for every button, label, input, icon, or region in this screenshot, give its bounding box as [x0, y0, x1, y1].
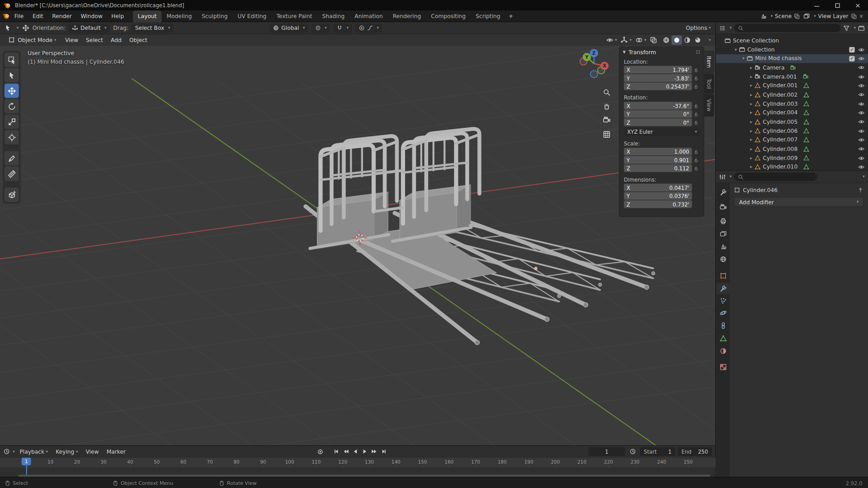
visibility-eye-icon[interactable]: [858, 145, 865, 152]
menu-help[interactable]: Help: [107, 10, 129, 22]
transform-orientation-dropdown[interactable]: Global▾: [270, 23, 308, 33]
playhead[interactable]: 1: [22, 458, 31, 465]
lock-icon[interactable]: [692, 166, 700, 171]
remove-view-layer-icon[interactable]: ×: [859, 13, 863, 19]
chevron-right-icon[interactable]: ▸: [748, 110, 755, 115]
value-field-rotation-y[interactable]: Y0°: [624, 110, 692, 118]
drag-handle-icon[interactable]: [696, 50, 700, 54]
properties-tab-view-layer[interactable]: [716, 228, 729, 239]
new-view-layer-icon[interactable]: [851, 13, 857, 19]
lock-icon[interactable]: [692, 149, 700, 154]
chevron-down-icon[interactable]: ▾: [740, 56, 747, 61]
chevron-right-icon[interactable]: ▸: [748, 101, 755, 106]
visibility-eye-icon[interactable]: [858, 82, 865, 89]
timeline-menu-keying[interactable]: Keying▾: [52, 448, 82, 454]
object-visibility-dropdown[interactable]: ▾: [606, 36, 617, 43]
maximize-button[interactable]: [827, 0, 847, 10]
workspace-tab-shading[interactable]: Shading: [317, 10, 349, 22]
sidebar-tab-item[interactable]: Item: [704, 51, 714, 73]
add-workspace-button[interactable]: +: [505, 10, 517, 22]
outliner-row-cylinder-001[interactable]: ▸Cylinder.001: [716, 81, 868, 90]
lock-icon[interactable]: [692, 103, 700, 108]
value-field-dimensions-x[interactable]: X0.0417': [624, 184, 692, 192]
properties-tab-material[interactable]: [716, 345, 729, 357]
chevron-right-icon[interactable]: ▸: [748, 137, 755, 142]
add-modifier-button[interactable]: Add Modifier ▾: [734, 197, 864, 207]
pivot-point-dropdown[interactable]: ▾: [311, 23, 330, 33]
properties-tab-tool[interactable]: [716, 187, 729, 198]
navigation-gizmo[interactable]: ZXY: [580, 49, 609, 78]
viewport-menu-select[interactable]: Select: [82, 34, 107, 45]
shading-material-button[interactable]: [682, 35, 693, 45]
outliner-row-cylinder-002[interactable]: ▸Cylinder.002: [716, 90, 868, 99]
timeline-editor-icon[interactable]: [3, 448, 10, 455]
auto-keying-button[interactable]: [316, 447, 325, 456]
visibility-eye-icon[interactable]: [858, 118, 865, 125]
tool-annotate-button[interactable]: [5, 151, 19, 165]
tool-move-button[interactable]: [5, 84, 19, 98]
blender-menu-icon[interactable]: [2, 12, 10, 20]
properties-tab-scene[interactable]: [716, 241, 729, 253]
pan-button[interactable]: [601, 101, 612, 112]
properties-tab-particles[interactable]: [716, 295, 729, 307]
pin-icon[interactable]: [858, 187, 863, 193]
prev-keyframe-button[interactable]: [342, 447, 351, 456]
properties-tab-object-data[interactable]: [716, 333, 729, 344]
visibility-eye-icon[interactable]: [858, 155, 865, 161]
properties-tab-modifiers[interactable]: [716, 283, 729, 295]
shading-solid-button[interactable]: [672, 35, 682, 45]
chevron-right-icon[interactable]: ▸: [748, 155, 755, 160]
collection-checkbox[interactable]: ✓: [849, 56, 854, 61]
mode-dropdown[interactable]: Object Mode▾: [5, 34, 60, 45]
chevron-right-icon[interactable]: ▸: [748, 74, 755, 79]
outliner-row-cylinder-007[interactable]: ▸Cylinder.007: [716, 136, 868, 145]
value-field-scale-z[interactable]: Z0.112: [624, 164, 692, 172]
workspace-tab-animation[interactable]: Animation: [349, 10, 387, 22]
menu-render[interactable]: Render: [47, 10, 76, 22]
timeline-menu-view[interactable]: View: [82, 448, 103, 454]
close-button[interactable]: ×: [848, 0, 868, 10]
value-field-location-z[interactable]: Z0.25437': [624, 82, 692, 90]
drag-dropdown[interactable]: Select Box▾: [132, 23, 174, 33]
tool-rotate-button[interactable]: [5, 99, 19, 113]
workspace-tab-uv-editing[interactable]: UV Editing: [232, 10, 271, 22]
lock-icon[interactable]: [692, 75, 700, 80]
menu-window[interactable]: Window: [76, 10, 107, 22]
visibility-eye-icon[interactable]: [858, 91, 865, 98]
visibility-eye-icon[interactable]: [858, 109, 865, 116]
outliner-row-cylinder-006[interactable]: ▸Cylinder.006: [716, 127, 868, 136]
chevron-right-icon[interactable]: ▸: [748, 65, 755, 70]
visibility-eye-icon[interactable]: [858, 164, 865, 170]
workspace-tab-rendering[interactable]: Rendering: [388, 10, 426, 22]
sidebar-tab-tool[interactable]: Tool: [704, 73, 714, 94]
workspace-tab-scripting[interactable]: Scripting: [471, 10, 505, 22]
lock-icon[interactable]: [692, 67, 700, 72]
visibility-eye-icon[interactable]: [858, 136, 865, 143]
menu-file[interactable]: File: [10, 10, 28, 22]
properties-tab-world[interactable]: [716, 253, 729, 265]
scene-selector[interactable]: ▾ Scene: [760, 13, 800, 19]
outliner-row-camera-001[interactable]: ▸Camera.001: [716, 72, 868, 81]
tool-add-cube-button[interactable]: [5, 188, 19, 202]
workspace-tab-layout[interactable]: Layout: [133, 10, 162, 22]
visibility-eye-icon[interactable]: [858, 46, 865, 53]
outliner-row-collection[interactable]: ▾Collection✓: [716, 45, 868, 54]
lock-icon[interactable]: [692, 112, 700, 117]
options-dropdown[interactable]: Options▾: [686, 25, 711, 31]
value-field-rotation-z[interactable]: Z0°: [624, 118, 692, 126]
outliner-row-mini-mod-chassis[interactable]: ▾Mini Mod chassis✓: [716, 54, 868, 63]
overlays-dropdown[interactable]: ▾: [636, 36, 646, 43]
lock-icon[interactable]: [692, 157, 700, 162]
play-reverse-button[interactable]: [351, 447, 360, 456]
viewport-canvas[interactable]: ZXY User Perspective (1) Mini Mod chassi…: [0, 45, 716, 445]
visibility-eye-icon[interactable]: [858, 64, 865, 71]
value-field-scale-y[interactable]: Y0.901: [624, 156, 692, 164]
value-field-location-x[interactable]: X1.794': [624, 66, 692, 74]
outliner-search-input[interactable]: [734, 24, 841, 32]
jump-to-end-button[interactable]: [379, 447, 388, 456]
timeline-menu-marker[interactable]: Marker: [103, 448, 129, 454]
outliner-row-scene-collection[interactable]: Scene Collection: [716, 36, 868, 45]
outliner-row-cylinder-004[interactable]: ▸Cylinder.004: [716, 108, 868, 117]
view-layer-selector[interactable]: ▾ View Layer ×: [803, 13, 863, 19]
properties-tab-render[interactable]: [716, 202, 729, 213]
